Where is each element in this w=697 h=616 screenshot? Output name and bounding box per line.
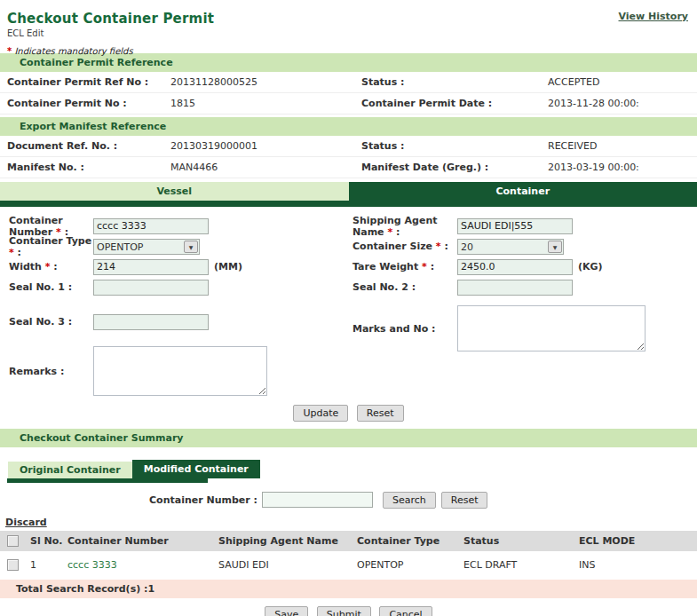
required-star: * (45, 261, 51, 272)
container-size-label: Container Size * : (348, 241, 457, 252)
dropdown-arrow-icon[interactable]: ▼ (548, 241, 562, 253)
section-header-summary: Checkout Container Summary (0, 429, 697, 447)
required-star: * (422, 261, 427, 272)
page-subtitle: ECL Edit (7, 28, 690, 38)
dropdown-arrow-icon[interactable]: ▼ (184, 241, 198, 253)
document-ref-no-label: Document Ref. No. : (0, 140, 170, 152)
section-header-permit-reference: Container Permit Reference (0, 53, 697, 72)
marks-and-no-label: Marks and No : (348, 323, 457, 335)
document-ref-no-value: 20130319000001 (170, 140, 361, 152)
manifest-status-value: RECEIVED (548, 140, 697, 152)
search-reset-button[interactable]: Reset (441, 492, 488, 509)
manifest-ref-row: Manifest No. : MAN4466 Manifest Date (Gr… (0, 157, 697, 178)
container-number-row: Container Number * : (0, 216, 348, 236)
search-container-number-input[interactable] (262, 492, 373, 508)
mandatory-note: * Indicates mandatory fields (7, 46, 690, 56)
view-history-link[interactable]: View History (619, 11, 688, 22)
required-star: * (9, 247, 14, 258)
tab-original-container[interactable]: Original Container (8, 462, 132, 478)
header-shipping-agent-name: Shipping Agent Name (215, 531, 353, 552)
width-input[interactable] (93, 259, 209, 275)
row-checkbox-cell (0, 552, 27, 576)
permit-ref-row: Container Permit No : 1815 Container Per… (0, 93, 697, 115)
summary-tabs: Original Container Modified Container (8, 460, 697, 478)
seal-no-2-label: Seal No. 2 : (348, 281, 457, 293)
width-label: Width * : (0, 261, 93, 272)
permit-status-value: ACCEPTED (548, 76, 697, 88)
seal-no-2-row: Seal No. 2 : (348, 277, 697, 297)
manifest-status-label: Status : (361, 140, 548, 152)
required-star: * (387, 226, 392, 238)
container-type-label: Container Type * : (0, 235, 93, 258)
cell-ecl-mode: INS (575, 552, 697, 576)
container-size-select[interactable]: 20 ▼ (457, 239, 564, 255)
width-row: Width * : (MM) (0, 257, 348, 277)
header-container-number: Container Number (64, 531, 215, 552)
form-reset-button[interactable]: Reset (357, 405, 404, 422)
container-size-selected-value: 20 (461, 241, 473, 253)
cell-shipping-agent: SAUDI EDI (215, 552, 353, 576)
permit-ref-no-label: Container Permit Ref No : (0, 76, 170, 88)
section-header-manifest-reference: Export Manifest Reference (0, 117, 697, 136)
seal-no-3-row: Seal No. 3 : (0, 312, 348, 332)
tare-weight-unit: (KG) (578, 261, 603, 272)
seal-no-1-row: Seal No. 1 : (0, 277, 348, 297)
tab-modified-container[interactable]: Modified Container (132, 460, 260, 478)
bottom-button-row: Save Submit Cancel (0, 606, 697, 616)
cell-sl-no: 1 (27, 552, 64, 576)
search-button[interactable]: Search (383, 492, 436, 509)
manifest-ref-row: Document Ref. No. : 20130319000001 Statu… (0, 136, 697, 157)
header-container-type: Container Type (353, 531, 460, 552)
page-title: Checkout Container Permit (7, 11, 690, 27)
header-sl-no: Sl No. (27, 531, 64, 552)
page-header: Checkout Container Permit ECL Edit View … (0, 0, 697, 53)
seal-no-1-input[interactable] (93, 280, 209, 296)
summary-search-row: Container Number : Search Reset (0, 490, 697, 509)
permit-ref-row: Container Permit Ref No : 20131128000525… (0, 72, 697, 93)
cell-status: ECL DRAFT (460, 552, 575, 576)
manifest-no-label: Manifest No. : (0, 162, 170, 173)
seal-no-1-label: Seal No. 1 : (0, 281, 93, 293)
width-unit: (MM) (214, 261, 242, 272)
container-number-link[interactable]: cccc 3333 (67, 559, 117, 571)
permit-ref-no-value: 20131128000525 (170, 76, 361, 88)
container-form: Container Number * : Container Type * : … (0, 216, 697, 398)
update-button[interactable]: Update (293, 405, 348, 422)
discard-link[interactable]: Discard (5, 517, 47, 528)
submit-button[interactable]: Submit (317, 606, 371, 616)
container-type-selected-value: OPENTOP (97, 241, 143, 253)
permit-date-label: Container Permit Date : (361, 98, 548, 109)
marks-and-no-textarea[interactable] (457, 305, 646, 351)
save-button[interactable]: Save (265, 606, 308, 616)
tab-vessel[interactable]: Vessel (0, 182, 349, 201)
required-star: * (7, 46, 12, 56)
permit-no-value: 1815 (170, 98, 361, 109)
cancel-button[interactable]: Cancel (379, 606, 432, 616)
remarks-textarea[interactable] (93, 346, 267, 396)
tare-weight-row: Tare Weight * : (KG) (348, 257, 697, 277)
select-all-checkbox[interactable] (7, 535, 19, 547)
tare-weight-input[interactable] (457, 259, 573, 275)
container-size-row: Container Size * : 20 ▼ (348, 236, 697, 257)
shipping-agent-input[interactable] (457, 218, 573, 234)
table-row: 1 cccc 3333 SAUDI EDI OPENTOP ECL DRAFT … (0, 552, 697, 576)
container-type-select[interactable]: OPENTOP ▼ (93, 239, 200, 255)
vessel-container-tabs: Vessel Container (0, 182, 697, 201)
seal-no-2-input[interactable] (457, 280, 573, 296)
required-star: * (436, 241, 441, 252)
header-ecl-mode: ECL MODE (575, 531, 697, 552)
summary-tab-underline-bar (7, 478, 208, 483)
mandatory-note-text: Indicates mandatory fields (14, 46, 132, 56)
marks-and-no-row: Marks and No : (348, 303, 697, 354)
permit-no-label: Container Permit No : (0, 98, 170, 109)
row-checkbox[interactable] (7, 559, 19, 571)
header-status: Status (460, 531, 575, 552)
manifest-date-label: Manifest Date (Greg.) : (361, 162, 548, 173)
tab-container[interactable]: Container (349, 182, 697, 201)
container-number-input[interactable] (93, 218, 209, 234)
shipping-agent-row: Shipping Agent Name * : (348, 216, 697, 236)
remarks-row: Remarks : (0, 344, 348, 398)
container-type-row: Container Type * : OPENTOP ▼ (0, 236, 348, 257)
shipping-agent-label: Shipping Agent Name * : (348, 215, 457, 238)
seal-no-3-input[interactable] (93, 314, 209, 330)
